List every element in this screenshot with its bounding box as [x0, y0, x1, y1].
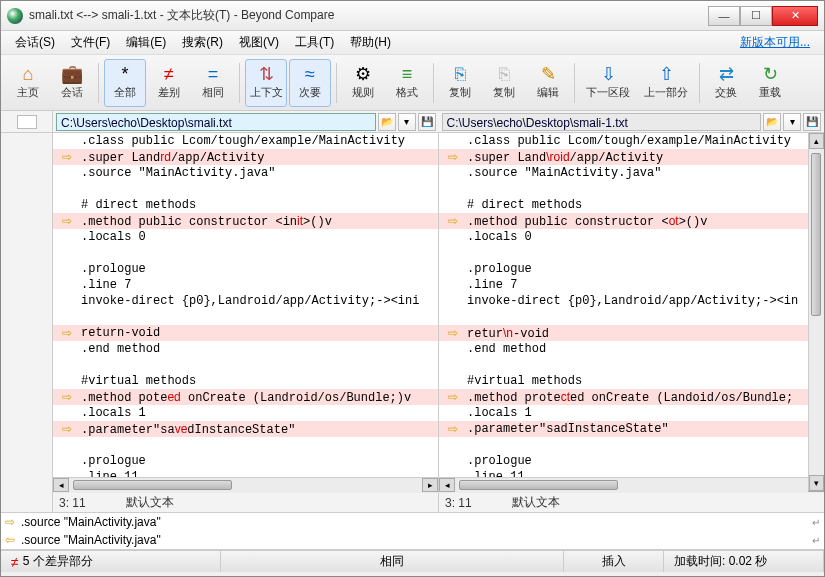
left-save-button[interactable]: 💾 [418, 113, 436, 131]
code-line[interactable]: ⇨.parameter"sadInstanceState" [439, 421, 824, 437]
code-line[interactable]: .line 7 [53, 277, 438, 293]
next-section-button[interactable]: ⇩下一区段 [580, 59, 636, 107]
code-line[interactable]: .class public Lcom/tough/example/MainAct… [439, 133, 824, 149]
format-button[interactable]: ≡格式 [386, 59, 428, 107]
edit-button[interactable]: ✎编辑 [527, 59, 569, 107]
code-line[interactable]: .end method [53, 341, 438, 357]
code-line[interactable] [53, 245, 438, 261]
left-path-input[interactable]: C:\Users\echo\Desktop\smali.txt [56, 113, 376, 131]
code-line[interactable]: ⇨.method protected onCreate (Landoid/os/… [439, 389, 824, 405]
code-line[interactable]: ⇨.super Land\roid/app/Activity [439, 149, 824, 165]
overview-strip[interactable] [1, 133, 53, 493]
scroll-up-button[interactable]: ▴ [809, 133, 824, 149]
scroll-track[interactable] [809, 149, 824, 475]
code-line[interactable]: .line 11 [439, 469, 824, 477]
left-h-scroll[interactable]: ◂ ▸ [53, 477, 438, 493]
code-line[interactable] [439, 245, 824, 261]
overview-handle[interactable] [1, 111, 53, 132]
code-line[interactable]: .locals 0 [439, 229, 824, 245]
minimize-button[interactable]: — [708, 6, 740, 26]
code-line[interactable]: .line 7 [439, 277, 824, 293]
right-save-button[interactable]: 💾 [803, 113, 821, 131]
v-scrollbar[interactable]: ▴ ▾ [808, 133, 824, 491]
right-dropdown-button[interactable]: ▾ [783, 113, 801, 131]
left-browse-button[interactable]: 📂 [378, 113, 396, 131]
code-line[interactable]: .line 11 [53, 469, 438, 477]
code-line[interactable] [439, 357, 824, 373]
code-line[interactable]: .source "MainActivity.java" [439, 165, 824, 181]
copy-right-button[interactable]: ⎘复制 [483, 59, 525, 107]
code-line[interactable] [53, 181, 438, 197]
code-line[interactable]: ⇨.parameter"savedInstanceState" [53, 421, 438, 437]
code-line[interactable]: .locals 1 [439, 405, 824, 421]
maximize-button[interactable]: ☐ [740, 6, 772, 26]
code-line[interactable]: invoke-direct {p0},Landroid/app/Activity… [439, 293, 824, 309]
minor-button[interactable]: ≈次要 [289, 59, 331, 107]
menu-session[interactable]: 会话(S) [7, 34, 63, 51]
code-line[interactable]: ⇨.method public constructor <init>()v [53, 213, 438, 229]
code-line[interactable]: .locals 0 [53, 229, 438, 245]
right-path-input[interactable]: C:\Users\echo\Desktop\smali-1.txt [442, 113, 762, 131]
scroll-left-button[interactable]: ◂ [439, 478, 455, 492]
code-line[interactable]: .source "MainActivity.java" [53, 165, 438, 181]
context-button[interactable]: ⇅上下文 [245, 59, 287, 107]
code-line[interactable] [439, 309, 824, 325]
code-line[interactable]: .prologue [439, 453, 824, 469]
swap-button[interactable]: ⇄交换 [705, 59, 747, 107]
right-code-area[interactable]: .class public Lcom/tough/example/MainAct… [439, 133, 824, 477]
close-button[interactable]: ✕ [772, 6, 818, 26]
right-h-scroll[interactable]: ◂ ▸ [439, 477, 824, 493]
code-line[interactable]: ⇨retur\n-void [439, 325, 824, 341]
update-link[interactable]: 新版本可用... [732, 34, 818, 51]
scroll-down-button[interactable]: ▾ [809, 475, 824, 491]
menu-edit[interactable]: 编辑(E) [118, 34, 174, 51]
left-code-area[interactable]: .class public Lcom/tough/example/MainAct… [53, 133, 438, 477]
menu-view[interactable]: 视图(V) [231, 34, 287, 51]
code-line[interactable] [53, 437, 438, 453]
code-line[interactable]: ⇨.method poteed onCreate (Landroid/os/Bu… [53, 389, 438, 405]
diff-arrow-icon: ⇨ [439, 149, 467, 165]
code-line[interactable]: #virtual methods [53, 373, 438, 389]
rules-button[interactable]: ⚙规则 [342, 59, 384, 107]
scroll-track[interactable] [455, 478, 808, 493]
code-line[interactable]: .end method [439, 341, 824, 357]
code-line[interactable]: .prologue [439, 261, 824, 277]
menu-file[interactable]: 文件(F) [63, 34, 118, 51]
prev-section-button[interactable]: ⇧上一部分 [638, 59, 694, 107]
code-line[interactable]: #virtual methods [439, 373, 824, 389]
right-pane-status: 3: 11 默认文本 [439, 493, 824, 512]
menu-tools[interactable]: 工具(T) [287, 34, 342, 51]
code-line[interactable] [439, 437, 824, 453]
code-line[interactable]: ⇨return-void [53, 325, 438, 341]
code-line[interactable]: ⇨.super Landrd/app/Activity [53, 149, 438, 165]
code-line[interactable]: .class public Lcom/tough/example/MainAct… [53, 133, 438, 149]
code-line[interactable]: .locals 1 [53, 405, 438, 421]
scroll-thumb[interactable] [73, 480, 232, 490]
diff-arrow-icon [53, 133, 81, 149]
scroll-thumb[interactable] [459, 480, 618, 490]
code-line[interactable] [439, 181, 824, 197]
code-line[interactable] [53, 309, 438, 325]
session-button[interactable]: 💼会话 [51, 59, 93, 107]
left-dropdown-button[interactable]: ▾ [398, 113, 416, 131]
all-button[interactable]: *全部 [104, 59, 146, 107]
scroll-thumb[interactable] [811, 153, 821, 316]
copy-left-button[interactable]: ⎘复制 [439, 59, 481, 107]
scroll-left-button[interactable]: ◂ [53, 478, 69, 492]
scroll-right-button[interactable]: ▸ [422, 478, 438, 492]
code-line[interactable]: .prologue [53, 261, 438, 277]
menu-search[interactable]: 搜索(R) [174, 34, 231, 51]
code-line[interactable]: # direct methods [439, 197, 824, 213]
code-line[interactable]: ⇨.method public constructor <ot>()v [439, 213, 824, 229]
scroll-track[interactable] [69, 478, 422, 493]
home-button[interactable]: ⌂主页 [7, 59, 49, 107]
menu-help[interactable]: 帮助(H) [342, 34, 399, 51]
code-line[interactable]: invoke-direct {p0},Landroid/app/Activity… [53, 293, 438, 309]
reload-button[interactable]: ↻重载 [749, 59, 791, 107]
code-line[interactable] [53, 357, 438, 373]
code-line[interactable]: # direct methods [53, 197, 438, 213]
code-line[interactable]: .prologue [53, 453, 438, 469]
diff-button[interactable]: ≠差别 [148, 59, 190, 107]
right-browse-button[interactable]: 📂 [763, 113, 781, 131]
same-button[interactable]: =相同 [192, 59, 234, 107]
